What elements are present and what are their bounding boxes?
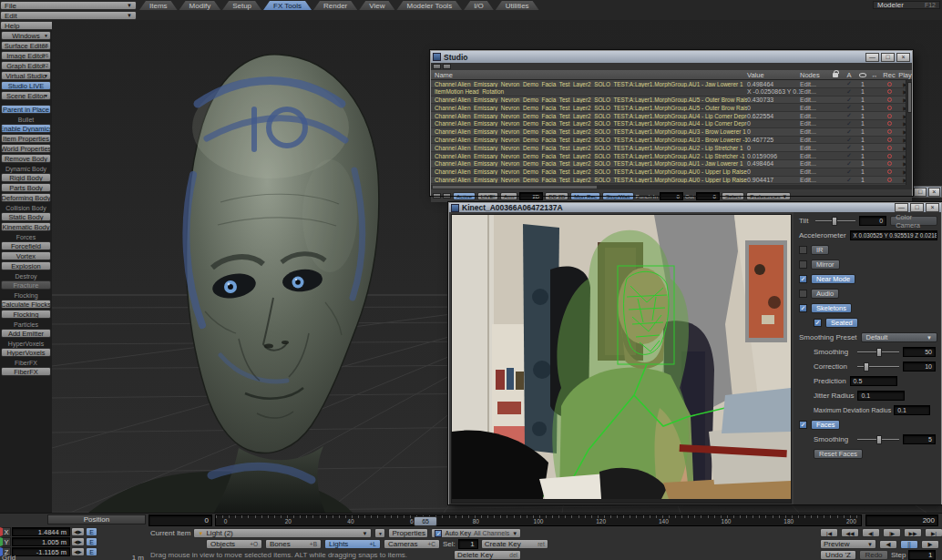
last-frame-field[interactable]: 200 bbox=[865, 514, 938, 526]
transport-button-1[interactable]: ◀◀ bbox=[841, 528, 859, 537]
nodes-edit-button[interactable]: Edit... bbox=[800, 168, 829, 175]
record-button[interactable] bbox=[880, 160, 898, 167]
record-button[interactable] bbox=[880, 137, 898, 143]
checkbox-skeletons[interactable]: ✓ bbox=[799, 304, 807, 312]
redo-button[interactable]: Redo bbox=[859, 550, 888, 560]
sidebar-item-parts-body[interactable]: Parts Body bbox=[1, 183, 51, 192]
checkbox-mirror[interactable] bbox=[799, 260, 807, 269]
sidebar-item-add-emitter[interactable]: Add Emitter bbox=[1, 329, 51, 338]
sidebar-item-remove-body[interactable]: Remove Body bbox=[1, 154, 51, 163]
play-button[interactable]: ▶ bbox=[921, 540, 939, 549]
mode-field[interactable]: 2D bbox=[519, 192, 543, 200]
timeline-ruler[interactable]: 020406080100120140160180200 65 bbox=[215, 514, 862, 526]
tab-modeler-tools[interactable]: Modeler Tools bbox=[396, 1, 462, 10]
live-button[interactable]: LIVE! bbox=[477, 192, 498, 200]
nodes-edit-button[interactable]: Edit... bbox=[800, 153, 829, 159]
properties-button[interactable]: Properties p bbox=[388, 528, 428, 538]
maximize-icon[interactable]: □ bbox=[914, 188, 926, 197]
transport-button-2[interactable]: ◀| bbox=[862, 528, 880, 537]
checkbox-near-mode[interactable]: ✓ bbox=[799, 275, 807, 283]
sidebar-item-graph-editor[interactable]: Graph EditorF2 bbox=[1, 61, 51, 70]
sidebar-item-fracture[interactable]: Fracture bbox=[1, 280, 51, 290]
sidebar-item-rigid-body[interactable]: Rigid Body bbox=[1, 173, 51, 182]
undo-button[interactable]: Undo 'Z bbox=[820, 550, 856, 560]
minimize-icon[interactable]: — bbox=[895, 203, 908, 212]
channel-row[interactable]: Channel Alien_Emissary_Nevron_Demo_Facia… bbox=[431, 177, 912, 185]
tab-utilities[interactable]: Utilities bbox=[496, 1, 539, 10]
record-button[interactable] bbox=[880, 153, 898, 159]
smoothing-value[interactable]: 50 bbox=[903, 347, 936, 357]
item-type-cameras[interactable]: Cameras+C bbox=[384, 539, 440, 549]
toggle-ir[interactable]: IR bbox=[811, 245, 829, 255]
first-frame-field[interactable]: 0 bbox=[148, 514, 212, 526]
current-item-dropdown[interactable]: ▼ Light (2) ▼ bbox=[193, 528, 372, 538]
transport-button-5[interactable]: ▶| bbox=[925, 528, 942, 537]
toggle-audio[interactable]: Audio bbox=[811, 289, 839, 299]
nodes-edit-button[interactable]: Edit... bbox=[800, 137, 829, 143]
channel-row[interactable]: Channel Alien_Emissary_Nevron_Demo_Facia… bbox=[431, 104, 912, 112]
axis-y-value[interactable]: 1.005 m bbox=[12, 537, 70, 546]
checkbox-faces[interactable]: ✓ bbox=[799, 421, 807, 429]
smoothing-slider[interactable] bbox=[857, 348, 899, 357]
maximize-icon[interactable]: □ bbox=[881, 53, 895, 62]
channel-row[interactable]: Channel Alien_Emissary_Nevron_Demo_Facia… bbox=[431, 97, 912, 105]
sidebar-item-vortex[interactable]: Vortex bbox=[1, 251, 51, 260]
out-value[interactable]: 0 bbox=[696, 192, 720, 200]
toggle-faces[interactable]: Faces bbox=[811, 420, 840, 430]
active-button[interactable]: Active bbox=[453, 192, 476, 200]
tab-i-o[interactable]: I/O bbox=[464, 1, 494, 10]
axis-y-chip[interactable]: Y bbox=[0, 537, 11, 546]
record-button[interactable] bbox=[880, 145, 898, 151]
axis-y-stepper[interactable]: ◀▶ bbox=[71, 537, 85, 546]
sidebar-item-deforming-body[interactable]: Deforming Body bbox=[1, 193, 51, 202]
toggle-seated[interactable]: Seated bbox=[825, 318, 858, 328]
nodes-edit-button[interactable]: Edit... bbox=[800, 97, 829, 103]
select-button[interactable]: Select bbox=[722, 192, 744, 200]
tilt-value[interactable]: 0 bbox=[859, 216, 886, 226]
sidebar-item-enable-dynamics[interactable]: Enable Dynamics bbox=[1, 124, 51, 133]
tab-fx-tools[interactable]: FX Tools bbox=[263, 1, 312, 10]
correction-value[interactable]: 10 bbox=[903, 361, 936, 372]
nodes-edit-button[interactable]: Edit... bbox=[800, 145, 829, 151]
minimize-icon[interactable]: — bbox=[865, 53, 879, 62]
preview-dropdown[interactable]: Preview ▼ bbox=[820, 539, 876, 549]
db-2b-button[interactable]: DB 2B bbox=[545, 192, 568, 200]
nodes-edit-button[interactable]: Edit... bbox=[800, 120, 829, 127]
smoothing-preset-dropdown[interactable]: Default ▼ bbox=[861, 332, 937, 342]
color-camera-button[interactable]: Color Camera bbox=[890, 216, 937, 226]
studio-vertical-scrollbar[interactable] bbox=[906, 80, 912, 185]
record-button[interactable] bbox=[880, 105, 898, 111]
nodes-edit-button[interactable]: Edit... bbox=[800, 81, 829, 87]
jitter-radius-value[interactable]: 0.1 bbox=[857, 391, 905, 401]
sidebar-item-calculate-flocks[interactable]: Calculate Flocks bbox=[1, 300, 51, 309]
column-nodes[interactable]: Nodes bbox=[800, 71, 829, 79]
channel-row[interactable]: Channel Alien_Emissary_Nevron_Demo_Facia… bbox=[431, 80, 912, 88]
position-mode-button[interactable]: Position bbox=[47, 514, 146, 524]
sidebar-item-static-body[interactable]: Static Body bbox=[1, 212, 51, 221]
column-name[interactable]: Name bbox=[435, 71, 747, 79]
sidebar-item-explosion[interactable]: Explosion bbox=[1, 261, 51, 270]
sidebar-item-world-properties[interactable]: World Properties bbox=[1, 144, 51, 153]
studio-titlebar[interactable]: Studio — □ × bbox=[431, 51, 912, 63]
checkbox-seated[interactable]: ✓ bbox=[814, 319, 822, 327]
tab-render[interactable]: Render bbox=[313, 1, 357, 10]
sidebar-item-parent-in-place[interactable]: Parent in Place bbox=[1, 105, 51, 114]
close-icon[interactable]: × bbox=[928, 188, 940, 197]
faces-smoothing-slider[interactable] bbox=[857, 435, 899, 444]
column-active[interactable]: A bbox=[842, 71, 856, 79]
item-type-objects[interactable]: Objects+O bbox=[206, 539, 262, 549]
frame-slider-handle[interactable]: 65 bbox=[414, 516, 437, 526]
record-button[interactable] bbox=[880, 168, 898, 175]
prev-button[interactable] bbox=[433, 193, 441, 199]
record-button[interactable] bbox=[880, 81, 898, 87]
close-icon[interactable]: × bbox=[896, 53, 910, 62]
item-type-bones[interactable]: Bones+B bbox=[265, 539, 322, 549]
transport-button-4[interactable]: ▶▶ bbox=[904, 528, 922, 537]
toggle-mirror[interactable]: Mirror bbox=[811, 260, 840, 270]
auto-key-button[interactable]: ✓ Auto Key All Channels ▼ bbox=[431, 528, 521, 538]
column-play[interactable]: Play bbox=[898, 71, 912, 79]
max-deviation-value[interactable]: 0.1 bbox=[894, 405, 930, 415]
tab-setup[interactable]: Setup bbox=[222, 1, 261, 10]
modeler-button[interactable]: Modeler F12 bbox=[873, 1, 940, 9]
delete-key-button[interactable]: Delete Key del bbox=[454, 550, 521, 560]
